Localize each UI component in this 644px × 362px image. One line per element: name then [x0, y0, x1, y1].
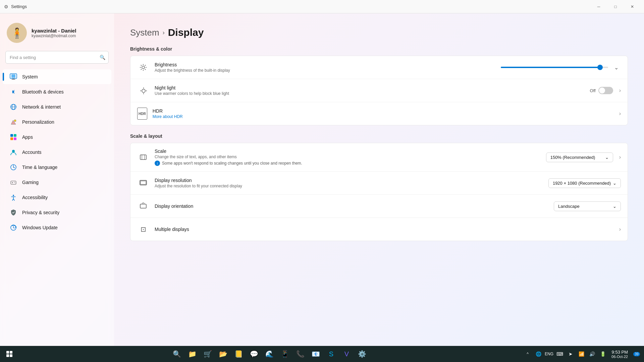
- display-resolution-dropdown-arrow: ⌄: [613, 181, 616, 186]
- user-email: kyawzinlat@hotmail.com: [32, 34, 76, 38]
- night-light-title: Night light: [155, 85, 590, 90]
- tray-keyboard[interactable]: ⌨: [555, 347, 565, 361]
- brightness-slider-track[interactable]: [501, 67, 608, 68]
- gaming-label: Gaming: [22, 180, 39, 185]
- svg-rect-2: [12, 79, 15, 79]
- tray-send[interactable]: ➤: [566, 347, 575, 361]
- breadcrumb: System › Display: [130, 27, 628, 38]
- scale-text: ScaleChange the size of text, apps, and …: [155, 148, 546, 166]
- scale-chevron[interactable]: ›: [619, 154, 621, 160]
- section-title-scale-layout: Scale & layout: [130, 133, 628, 139]
- sidebar-item-apps[interactable]: Apps: [3, 130, 111, 144]
- time-icon: [9, 163, 17, 171]
- system-icon: [9, 73, 17, 81]
- sidebar-item-windows-update[interactable]: Windows Update: [3, 220, 111, 235]
- taskbar-outlook[interactable]: 📧: [309, 347, 323, 361]
- night-light-toggle-label: Off: [590, 88, 596, 93]
- brightness-slider-thumb[interactable]: [597, 65, 603, 70]
- settings-card-brightness-color: BrightnessAdjust the brightness of the b…: [130, 56, 628, 125]
- sidebar-item-accessibility[interactable]: Accessibility: [3, 190, 111, 205]
- sidebar-item-personalization[interactable]: Personalization: [3, 115, 111, 129]
- tray-language[interactable]: ENG: [544, 347, 554, 361]
- taskbar-file-explorer[interactable]: 📁: [185, 347, 200, 361]
- apps-label: Apps: [22, 134, 33, 140]
- settings-row-display-resolution[interactable]: Display resolutionAdjust the resolution …: [130, 172, 628, 195]
- svg-rect-43: [140, 204, 146, 208]
- taskbar-messenger[interactable]: 💬: [247, 347, 262, 361]
- display-orientation-dropdown-value: Landscape: [558, 204, 580, 209]
- taskbar-folder[interactable]: 📂: [216, 347, 231, 361]
- settings-row-display-orientation[interactable]: Display orientation Landscape ⌄: [130, 195, 628, 218]
- svg-line-32: [141, 69, 142, 70]
- sidebar-item-network[interactable]: Network & internet: [3, 100, 111, 114]
- brightness-icon: [137, 61, 149, 73]
- display-resolution-dropdown[interactable]: 644 × 362 (Recommended) ⌄: [548, 178, 621, 188]
- scale-action: 150% (Recommended) ⌄ ›: [546, 153, 621, 162]
- tray-wifi[interactable]: 📶: [577, 347, 586, 361]
- notification-btn[interactable]: 39: [632, 347, 641, 361]
- minimize-button[interactable]: ─: [591, 1, 606, 12]
- taskbar-skype[interactable]: S: [324, 347, 339, 361]
- settings-row-multiple-displays[interactable]: ⊡ Multiple displays›: [130, 218, 628, 241]
- close-button[interactable]: ✕: [625, 1, 640, 12]
- title-bar-controls: ─ □ ✕: [591, 1, 640, 12]
- settings-row-scale[interactable]: ScaleChange the size of text, apps, and …: [130, 143, 628, 172]
- section-brightness-color: Brightness & color BrightnessAdjust the …: [130, 46, 628, 125]
- settings-row-hdr[interactable]: HDR HDRMore about HDR›: [130, 102, 628, 125]
- svg-point-8: [14, 120, 16, 122]
- scale-subtitle: Change the size of text, apps, and other…: [155, 155, 546, 159]
- tray-expand[interactable]: ^: [523, 347, 532, 361]
- taskbar-left: [3, 347, 16, 361]
- display-orientation-dropdown-arrow: ⌄: [613, 204, 616, 209]
- hdr-chevron[interactable]: ›: [619, 111, 621, 117]
- svg-line-30: [145, 69, 146, 70]
- bluetooth-label: Bluetooth & devices: [22, 89, 64, 95]
- brightness-slider-container: [501, 67, 608, 68]
- scale-dropdown-arrow: ⌄: [605, 155, 609, 160]
- taskbar-search-app[interactable]: 🔍: [170, 347, 184, 361]
- taskbar-viber[interactable]: V: [339, 347, 354, 361]
- scale-title: Scale: [155, 148, 546, 154]
- bluetooth-icon: [9, 88, 17, 96]
- maximize-button[interactable]: □: [608, 1, 623, 12]
- taskbar-sticky[interactable]: 📒: [231, 347, 246, 361]
- svg-line-29: [141, 65, 142, 66]
- tray-volume[interactable]: 🔊: [587, 347, 597, 361]
- brightness-expand-btn[interactable]: ⌄: [611, 63, 621, 72]
- search-input[interactable]: [5, 51, 109, 64]
- time-label: Time & language: [22, 165, 57, 170]
- display-resolution-text: Display resolutionAdjust the resolution …: [155, 178, 548, 188]
- sidebar-item-privacy[interactable]: Privacy & security: [3, 205, 111, 220]
- sidebar-item-gaming[interactable]: Gaming: [3, 175, 111, 190]
- taskbar-whatsapp[interactable]: 📱: [278, 347, 292, 361]
- system-label: System: [22, 74, 38, 79]
- multiple-displays-title: Multiple displays: [155, 227, 616, 232]
- settings-row-brightness[interactable]: BrightnessAdjust the brightness of the b…: [130, 56, 628, 79]
- scale-dropdown-value: 150% (Recommended): [550, 155, 595, 160]
- scale-dropdown[interactable]: 150% (Recommended) ⌄: [546, 153, 613, 162]
- night-light-chevron[interactable]: ›: [619, 87, 621, 94]
- multiple-displays-chevron[interactable]: ›: [619, 226, 621, 232]
- taskbar-edge[interactable]: 🌊: [262, 347, 277, 361]
- search-box: 🔍: [5, 51, 109, 64]
- display-resolution-title: Display resolution: [155, 178, 548, 183]
- start-button[interactable]: [3, 347, 16, 361]
- settings-row-night-light[interactable]: Night lightUse warmer colors to help blo…: [130, 79, 628, 102]
- taskbar-settings3[interactable]: ⚙️: [355, 347, 370, 361]
- hdr-subtitle-link[interactable]: More about HDR: [153, 114, 616, 119]
- night-light-toggle[interactable]: [598, 87, 613, 94]
- sidebar-item-system[interactable]: System: [3, 69, 111, 84]
- night-light-text: Night lightUse warmer colors to help blo…: [155, 85, 590, 96]
- display-orientation-title: Display orientation: [155, 203, 554, 209]
- tray-battery[interactable]: 🔋: [598, 347, 607, 361]
- accounts-label: Accounts: [22, 149, 42, 155]
- sidebar-item-bluetooth[interactable]: Bluetooth & devices: [3, 84, 111, 99]
- sidebar-item-time[interactable]: Time & language: [3, 160, 111, 175]
- clock[interactable]: 9:53 PM 06-Oct-22: [609, 350, 631, 359]
- taskbar-store[interactable]: 🛒: [201, 347, 215, 361]
- sidebar-item-accounts[interactable]: Accounts: [3, 145, 111, 160]
- multiple-displays-icon: ⊡: [137, 223, 149, 235]
- display-orientation-dropdown[interactable]: Landscape ⌄: [554, 201, 621, 211]
- taskbar-facetime[interactable]: 📞: [293, 347, 308, 361]
- title-bar: ⚙ Settings ─ □ ✕: [0, 0, 644, 13]
